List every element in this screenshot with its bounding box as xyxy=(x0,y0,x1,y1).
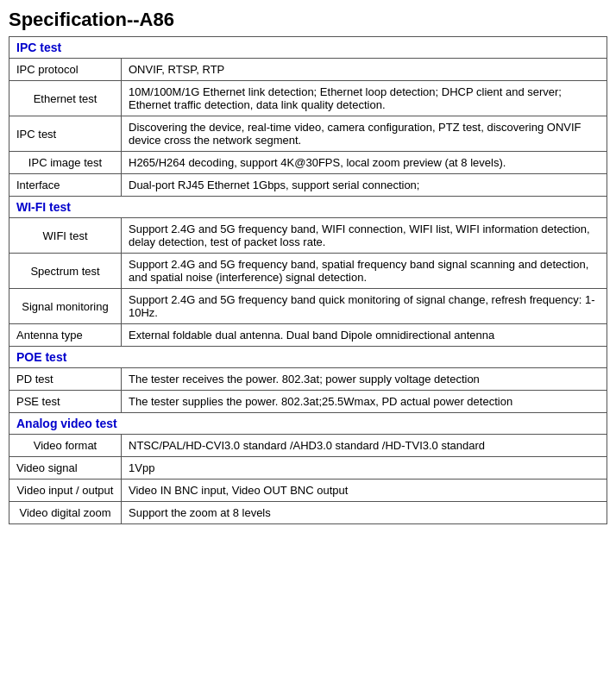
row-value: The tester receives the power. 802.3at; … xyxy=(122,368,607,391)
row-label: Video format xyxy=(9,435,122,457)
row-label: WIFI test xyxy=(9,218,122,254)
row-value: NTSC/PAL/HD-CVI3.0 standard /AHD3.0 stan… xyxy=(122,435,607,457)
table-row: Antenna typeExternal foldable dual anten… xyxy=(9,324,607,347)
table-row: Ethernet test10M/100M/1G Ethernet link d… xyxy=(9,81,607,116)
row-label: Ethernet test xyxy=(9,81,122,116)
table-row: IPC image testH265/H264 decoding, suppor… xyxy=(9,152,607,174)
row-label: Antenna type xyxy=(9,324,122,347)
row-label: IPC protocol xyxy=(9,59,122,81)
row-value: Support 2.4G and 5G frequency band, WIFI… xyxy=(122,218,607,254)
page-title: Specification--A86 xyxy=(9,9,607,31)
row-label: Signal monitoring xyxy=(9,289,122,324)
table-row: Video input / outputVideo IN BNC input, … xyxy=(9,480,607,502)
row-value: Dual-port RJ45 Ethernet 1Gbps, support s… xyxy=(122,174,607,197)
table-row: IPC testDiscovering the device, real-tim… xyxy=(9,116,607,152)
table-row: PSE testThe tester supplies the power. 8… xyxy=(9,391,607,413)
row-value: 10M/100M/1G Ethernet link detection; Eth… xyxy=(122,81,607,116)
row-label: IPC image test xyxy=(9,152,122,174)
row-value: ONVIF, RTSP, RTP xyxy=(122,59,607,81)
row-value: Support the zoom at 8 levels xyxy=(122,502,607,524)
table-row: Spectrum testSupport 2.4G and 5G frequen… xyxy=(9,254,607,289)
row-label: Interface xyxy=(9,174,122,197)
table-row: Video signal1Vpp xyxy=(9,457,607,480)
row-label: PSE test xyxy=(9,391,122,413)
row-value: Video IN BNC input, Video OUT BNC output xyxy=(122,480,607,502)
row-value: Support 2.4G and 5G frequency band quick… xyxy=(122,289,607,324)
row-value: Discovering the device, real-time video,… xyxy=(122,116,607,152)
row-label: Video input / output xyxy=(9,480,122,502)
section-header-wifi-test: WI-FI test xyxy=(9,197,607,218)
row-label: Video digital zoom xyxy=(9,502,122,524)
section-header-ipc-test: IPC test xyxy=(9,37,607,59)
table-row: Video digital zoomSupport the zoom at 8 … xyxy=(9,502,607,524)
row-label: PD test xyxy=(9,368,122,391)
row-label: Video signal xyxy=(9,457,122,480)
row-value: H265/H264 decoding, support 4K@30FPS, lo… xyxy=(122,152,607,174)
table-row: InterfaceDual-port RJ45 Ethernet 1Gbps, … xyxy=(9,174,607,197)
table-row: PD testThe tester receives the power. 80… xyxy=(9,368,607,391)
table-row: Signal monitoringSupport 2.4G and 5G fre… xyxy=(9,289,607,324)
section-header-analog-video-test: Analog video test xyxy=(9,413,607,435)
table-row: WIFI testSupport 2.4G and 5G frequency b… xyxy=(9,218,607,254)
row-value: The tester supplies the power. 802.3at;2… xyxy=(122,391,607,413)
row-value: External foldable dual antenna. Dual ban… xyxy=(122,324,607,347)
section-header-poe-test: POE test xyxy=(9,347,607,368)
table-row: Video formatNTSC/PAL/HD-CVI3.0 standard … xyxy=(9,435,607,457)
row-value: 1Vpp xyxy=(122,457,607,480)
row-label: IPC test xyxy=(9,116,122,152)
table-row: IPC protocolONVIF, RTSP, RTP xyxy=(9,59,607,81)
spec-table: IPC testIPC protocolONVIF, RTSP, RTPEthe… xyxy=(9,36,607,524)
row-label: Spectrum test xyxy=(9,254,122,289)
row-value: Support 2.4G and 5G frequency band, spat… xyxy=(122,254,607,289)
